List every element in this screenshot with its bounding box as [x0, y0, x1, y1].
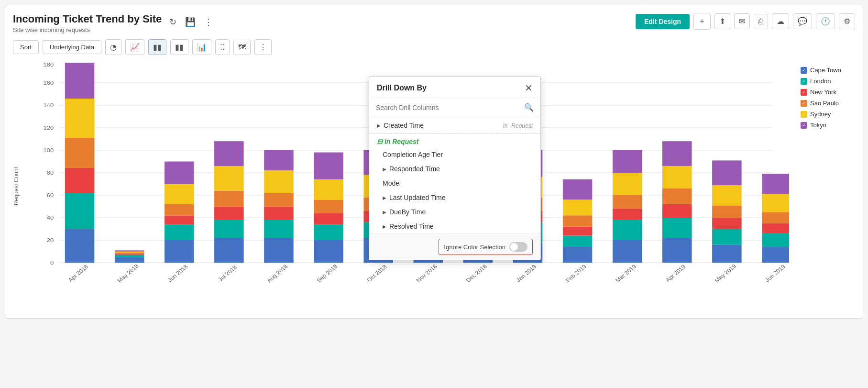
- svg-rect-40: [214, 191, 244, 207]
- svg-text:Oct 2018: Oct 2018: [365, 264, 388, 283]
- svg-text:20: 20: [47, 237, 54, 244]
- drill-search-bar: 🔍: [369, 98, 540, 117]
- underlying-data-button[interactable]: Underlying Data: [43, 40, 101, 54]
- legend-item-london[interactable]: ✓ London: [801, 78, 855, 85]
- svg-rect-37: [214, 238, 244, 263]
- drill-dueby-time[interactable]: ▶ DueBy Time: [369, 205, 540, 219]
- svg-rect-30: [115, 250, 144, 251]
- svg-rect-100: [712, 205, 742, 218]
- drill-close-button[interactable]: ✕: [525, 83, 533, 93]
- svg-rect-106: [762, 212, 789, 223]
- edit-design-button[interactable]: Edit Design: [636, 14, 690, 29]
- drill-created-time-label: Created Time: [384, 122, 424, 129]
- upload-icon[interactable]: ⬆: [714, 13, 730, 29]
- drill-last-updated-time[interactable]: ▶ Last Updated Time: [369, 190, 540, 205]
- svg-rect-92: [662, 218, 692, 238]
- svg-rect-79: [563, 247, 593, 263]
- svg-rect-81: [563, 227, 593, 236]
- drill-in-request-section: ⊟ In Request: [377, 138, 418, 145]
- map-chart-button[interactable]: 🗺: [233, 40, 251, 55]
- email-icon[interactable]: ✉: [734, 13, 750, 29]
- svg-text:100: 100: [43, 147, 54, 154]
- combo-chart-button[interactable]: 📊: [192, 39, 211, 55]
- svg-rect-91: [662, 238, 692, 263]
- comment-icon[interactable]: 💬: [793, 13, 812, 29]
- more-chart-button[interactable]: ⋮: [254, 39, 272, 55]
- ignore-color-toggle[interactable]: [509, 242, 527, 252]
- svg-text:Jan 2019: Jan 2019: [515, 264, 538, 283]
- svg-text:0: 0: [50, 260, 54, 266]
- drill-section-header: ⊟ In Request: [369, 134, 540, 147]
- drill-down-modal: Drill Down By ✕ 🔍 ▶ Created Time In Requ…: [369, 76, 541, 260]
- y-axis-label: Request Count: [13, 167, 20, 205]
- cloud-icon[interactable]: ☁: [772, 13, 789, 29]
- pie-chart-button[interactable]: ◔: [105, 39, 121, 55]
- svg-text:140: 140: [43, 102, 54, 109]
- ignore-color-label: Ignore Color Selection: [444, 244, 505, 251]
- svg-rect-105: [762, 223, 789, 233]
- svg-rect-48: [264, 150, 294, 170]
- svg-text:Dec 2018: Dec 2018: [464, 263, 488, 283]
- drill-created-time-item[interactable]: ▶ Created Time In Request: [369, 117, 540, 134]
- drill-mode[interactable]: Mode: [369, 176, 540, 190]
- line-chart-button[interactable]: 📈: [125, 39, 144, 55]
- svg-rect-35: [165, 184, 194, 204]
- svg-rect-44: [264, 220, 294, 238]
- svg-rect-24: [65, 63, 95, 99]
- svg-rect-32: [165, 224, 194, 240]
- legend-label-sydney: Sydney: [810, 111, 831, 118]
- settings-icon[interactable]: ⚙: [839, 13, 855, 29]
- drill-search-input[interactable]: [376, 104, 524, 111]
- drill-resolved-time[interactable]: ▶ Resolved Time: [369, 219, 540, 233]
- legend-color-tokyo: ✓: [801, 122, 807, 129]
- legend-item-cape-town[interactable]: ✓ Cape Town: [801, 67, 855, 74]
- add-icon[interactable]: ＋: [693, 13, 711, 30]
- svg-text:Nov 2018: Nov 2018: [415, 263, 439, 283]
- svg-rect-80: [563, 236, 593, 247]
- page-subtitle: Site wise incoming requests: [13, 26, 162, 33]
- svg-rect-39: [214, 207, 244, 220]
- svg-rect-97: [712, 244, 742, 263]
- svg-rect-86: [613, 220, 642, 240]
- sort-button[interactable]: Sort: [13, 40, 39, 54]
- svg-rect-82: [563, 215, 593, 227]
- share-icon[interactable]: ⎙: [754, 14, 768, 29]
- bar-chart-button[interactable]: ▮▮: [148, 39, 166, 55]
- svg-rect-38: [214, 220, 244, 238]
- save-icon[interactable]: 💾: [183, 16, 198, 28]
- legend-item-tokyo[interactable]: ✓ Tokyo: [801, 122, 855, 129]
- header-icons: ↻ 💾 ⋮: [167, 16, 215, 28]
- svg-rect-21: [65, 168, 95, 193]
- legend-color-cape-town: ✓: [801, 67, 807, 74]
- svg-rect-108: [762, 174, 789, 194]
- svg-text:80: 80: [47, 170, 54, 176]
- more-options-icon[interactable]: ⋮: [202, 16, 215, 28]
- svg-text:Jul 2018: Jul 2018: [217, 264, 239, 283]
- svg-rect-101: [712, 185, 742, 205]
- refresh-icon[interactable]: ↻: [167, 16, 178, 28]
- svg-rect-50: [314, 224, 343, 240]
- clock-icon[interactable]: 🕐: [816, 13, 835, 29]
- svg-text:Mar 2019: Mar 2019: [614, 263, 638, 283]
- svg-rect-42: [214, 141, 244, 166]
- svg-text:180: 180: [43, 62, 54, 68]
- stacked-bar-button[interactable]: ▮▮: [170, 39, 188, 55]
- svg-rect-34: [165, 204, 194, 216]
- legend-label-sao-paulo: Sao Paulo: [810, 100, 839, 107]
- svg-rect-54: [314, 153, 343, 179]
- legend-item-sao-paulo[interactable]: ✓ Sao Paulo: [801, 100, 855, 107]
- svg-rect-89: [613, 173, 642, 195]
- svg-rect-47: [264, 170, 294, 193]
- legend-item-new-york[interactable]: ✓ New York: [801, 89, 855, 96]
- scatter-chart-button[interactable]: ⁚⁚: [215, 39, 230, 55]
- svg-text:40: 40: [47, 215, 54, 221]
- drill-responded-time[interactable]: ▶ Responded Time: [369, 162, 540, 176]
- legend-label-new-york: New York: [810, 89, 836, 96]
- drill-completion-age-tier[interactable]: Completion Age Tier: [369, 147, 540, 162]
- legend-color-new-york: ✓: [801, 89, 807, 96]
- svg-rect-51: [314, 213, 343, 225]
- svg-rect-27: [115, 254, 144, 255]
- legend-label-tokyo: Tokyo: [810, 122, 826, 129]
- legend-item-sydney[interactable]: ✓ Sydney: [801, 111, 855, 118]
- svg-rect-46: [264, 193, 294, 206]
